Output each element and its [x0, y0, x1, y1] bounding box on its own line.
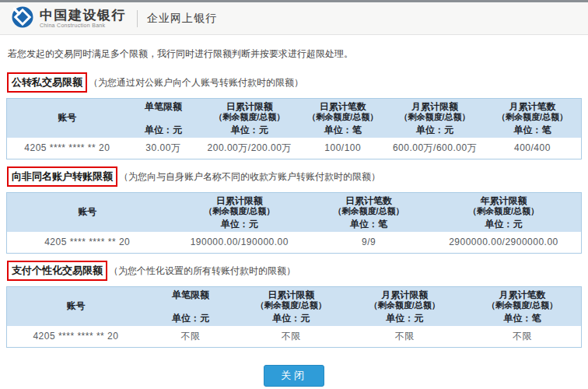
- bank-name-en: China Construction Bank: [40, 23, 126, 29]
- close-button[interactable]: 关闭: [264, 365, 324, 387]
- column-header: 日累计限额（剩余额度/总额）单位：元: [199, 99, 299, 138]
- column-header: 账号: [7, 287, 145, 326]
- limits-table: 账号单笔限额 单位：元日累计限额（剩余额度/总额）单位：元日累计笔数（剩余额度/…: [6, 98, 582, 159]
- portal-name: 企业网上银行: [147, 12, 217, 26]
- column-header: 账号: [7, 99, 128, 138]
- column-header: 月累计笔数（剩余额度/总额）单位：笔: [484, 99, 582, 138]
- section-title: 向非同名账户转账限额: [7, 166, 117, 187]
- section-head: 支付个性化交易限额 （为您个性化设置的所有转账付款时的限额）: [6, 261, 582, 281]
- table-row: 4205 **** **** ** 2030.00万200.00万/200.00…: [7, 138, 582, 159]
- section-title: 支付个性化交易限额: [7, 261, 107, 281]
- column-header: 单笔限额 单位：元: [128, 99, 199, 138]
- section-title: 公转私交易限额: [7, 72, 87, 93]
- section-description: （为您通过对公账户向个人账号转账付款时的限额）: [89, 76, 303, 89]
- limit-value-cell: 不限: [464, 326, 582, 348]
- column-header: 月累计限额（剩余额度/总额）单位：元: [346, 287, 464, 326]
- account-number-cell: 4205 **** **** ** 20: [7, 138, 128, 159]
- column-header: 年累计限额（剩余额度/总额）单位：元: [426, 193, 582, 232]
- limit-section: 公转私交易限额 （为您通过对公账户向个人账号转账付款时的限额） 账号单笔限额 单…: [6, 72, 582, 159]
- table-header-row: 账号单笔限额 单位：元日累计限额（剩余额度/总额）单位：元日累计笔数（剩余额度/…: [7, 99, 582, 138]
- notice-text: 若您发起的交易同时满足多个限额，我行同时进行限额判断并按要求进行超限处理。: [6, 35, 582, 65]
- limit-value-cell: 不限: [236, 326, 345, 348]
- table-row: 4205 **** **** ** 20不限不限不限不限: [7, 326, 582, 348]
- section-head: 向非同名账户转账限额 （为您向与自身账户名称不同的收款方账户转账付款时的限额）: [6, 166, 582, 187]
- limit-value-cell: 200.00万/200.00万: [199, 138, 299, 159]
- column-header: 月累计笔数（剩余额度/总额）单位：笔: [464, 287, 582, 326]
- limit-section: 支付个性化交易限额 （为您个性化设置的所有转账付款时的限额） 账号单笔限额 单位…: [6, 261, 582, 348]
- app-header: 中国建设银行 China Construction Bank 企业网上银行: [0, 2, 588, 35]
- limit-sections: 公转私交易限额 （为您通过对公账户向个人账号转账付款时的限额） 账号单笔限额 单…: [6, 72, 582, 348]
- column-header: 单笔限额 单位：元: [145, 287, 236, 326]
- column-header: 月累计限额（剩余额度/总额）单位：元: [386, 99, 484, 138]
- button-row: 关闭: [6, 365, 582, 387]
- limit-value-cell: 100/100: [299, 138, 386, 159]
- ccb-logo-icon: [11, 5, 34, 32]
- section-description: （为您个性化设置的所有转账付款时的限额）: [109, 265, 296, 278]
- table-header-row: 账号日累计限额（剩余额度/总额）单位：元日累计笔数（剩余额度/总额）单位：笔年累…: [7, 193, 582, 232]
- main-content: 若您发起的交易同时满足多个限额，我行同时进行限额判断并按要求进行超限处理。 公转…: [0, 35, 588, 387]
- account-number-cell: 4205 **** **** ** 20: [7, 326, 145, 348]
- limit-value-cell: 不限: [145, 326, 236, 348]
- limit-value-cell: 不限: [346, 326, 464, 348]
- limit-value-cell: 400/400: [484, 138, 582, 159]
- limit-value-cell: 9/9: [311, 232, 426, 254]
- table-header-row: 账号单笔限额 单位：元日累计限额（剩余额度/总额）单位：元月累计限额（剩余额度/…: [7, 287, 582, 326]
- limit-value-cell: 30.00万: [128, 138, 199, 159]
- column-header: 账号: [7, 193, 168, 232]
- limit-value-cell: 2900000.00/2900000.00: [426, 232, 582, 254]
- section-description: （为您向与自身账户名称不同的收款方账户转账付款时的限额）: [119, 170, 380, 184]
- limits-table: 账号单笔限额 单位：元日累计限额（剩余额度/总额）单位：元月累计限额（剩余额度/…: [6, 286, 582, 348]
- bank-name-cn: 中国建设银行: [40, 9, 126, 22]
- section-head: 公转私交易限额 （为您通过对公账户向个人账号转账付款时的限额）: [6, 72, 582, 93]
- header-divider: [137, 10, 138, 27]
- account-number-cell: 4205 **** **** ** 20: [7, 232, 168, 254]
- column-header: 日累计限额（剩余额度/总额）单位：元: [236, 287, 345, 326]
- column-header: 日累计限额（剩余额度/总额）单位：元: [167, 193, 311, 232]
- limit-section: 向非同名账户转账限额 （为您向与自身账户名称不同的收款方账户转账付款时的限额） …: [6, 166, 582, 254]
- column-header: 日累计笔数（剩余额度/总额）单位：笔: [299, 99, 386, 138]
- table-row: 4205 **** **** ** 20190000.00/190000.009…: [7, 232, 582, 254]
- limit-value-cell: 600.00万/600.00万: [386, 138, 484, 159]
- bank-brand: 中国建设银行 China Construction Bank: [11, 5, 126, 32]
- limits-table: 账号日累计限额（剩余额度/总额）单位：元日累计笔数（剩余额度/总额）单位：笔年累…: [6, 192, 582, 254]
- limit-value-cell: 190000.00/190000.00: [167, 232, 311, 254]
- column-header: 日累计笔数（剩余额度/总额）单位：笔: [311, 193, 426, 232]
